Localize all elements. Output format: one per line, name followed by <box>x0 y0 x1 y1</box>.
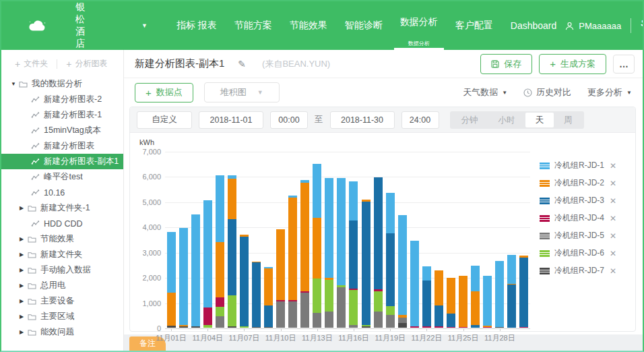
tree-item-folder[interactable]: ▶主要设备 <box>1 293 123 309</box>
stacked-bar[interactable] <box>422 266 431 328</box>
add-datapoint-button[interactable]: + 数据点 <box>135 83 193 102</box>
tree-item-folder[interactable]: ▼我的数据分析 <box>1 76 123 92</box>
granularity-option[interactable]: 小时 <box>488 113 525 127</box>
tree-item-folder[interactable]: ▶新建文件夹 <box>1 247 123 262</box>
tree-item-chart[interactable]: 新建分析图表-2 <box>1 92 123 107</box>
stacked-bar[interactable] <box>434 270 443 328</box>
tree-item-chart[interactable]: 新建分析图表 <box>1 138 123 154</box>
granularity-option[interactable]: 分钟 <box>451 113 488 127</box>
caret-right-icon[interactable]: ▶ <box>20 252 28 258</box>
tree-item-chart[interactable]: 新建分析图表-副本1 <box>1 154 123 169</box>
legend-item[interactable]: 冷机组R-JD-2✕ <box>540 177 634 189</box>
stacked-bar[interactable] <box>167 232 176 328</box>
stacked-bar[interactable] <box>459 276 468 328</box>
caret-right-icon[interactable]: ▶ <box>20 205 28 211</box>
legend-item[interactable]: 冷机组R-JD-3✕ <box>540 195 634 206</box>
caret-right-icon[interactable]: ▶ <box>20 329 28 335</box>
stacked-bar[interactable] <box>483 276 492 328</box>
nav-item-4[interactable]: 智能诊断 <box>336 1 391 50</box>
stacked-bar[interactable] <box>252 262 261 328</box>
stacked-bar[interactable] <box>374 177 383 328</box>
stacked-bar[interactable] <box>300 180 309 328</box>
stacked-bar[interactable] <box>203 200 212 328</box>
tree-item-chart[interactable]: 15minVtag成本 <box>1 123 123 138</box>
granularity-option[interactable]: 天 <box>525 113 554 127</box>
granularity-option[interactable]: 周 <box>554 113 583 127</box>
nav-item-7[interactable]: Dashboard <box>502 1 566 50</box>
add-folder-button[interactable]: + 文件夹 <box>15 58 48 69</box>
history-compare-button[interactable]: 历史对比 <box>523 86 571 98</box>
stacked-bar[interactable] <box>362 200 371 328</box>
weather-data-dropdown[interactable]: 天气数据 ▼ <box>463 86 507 98</box>
more-analysis-dropdown[interactable]: 更多分析 ▼ <box>587 86 632 98</box>
tree-item-chart[interactable]: 新建分析图表-1 <box>1 107 123 123</box>
stacked-bar[interactable] <box>228 175 236 328</box>
save-button[interactable]: 保存 <box>480 54 532 74</box>
stacked-bar[interactable] <box>276 229 285 328</box>
legend-remove-icon[interactable]: ✕ <box>610 249 616 258</box>
legend-remove-icon[interactable]: ✕ <box>610 231 616 241</box>
nav-item-1[interactable]: 指标 报表 <box>168 1 226 50</box>
legend-item[interactable]: 冷机组R-JD-5✕ <box>540 230 634 241</box>
stacked-bar[interactable] <box>264 267 273 328</box>
chart-type-select[interactable]: 堆积图 ▼ <box>204 82 280 102</box>
stacked-bar[interactable] <box>495 261 504 328</box>
y-axis-tick-label: 7,000 <box>137 148 161 156</box>
nav-item-5[interactable]: 数据分析数据分析 <box>391 1 447 50</box>
stacked-bar[interactable] <box>337 178 346 328</box>
stacked-bar[interactable] <box>349 181 358 328</box>
tree-item-chart[interactable]: 10.16 <box>1 185 123 200</box>
stacked-bar[interactable] <box>471 266 480 328</box>
stacked-bar[interactable] <box>313 164 321 328</box>
tree-item-folder[interactable]: ▶手动输入数据 <box>1 262 123 278</box>
tree-item-folder[interactable]: ▶能效问题 <box>1 324 123 340</box>
legend-item[interactable]: 冷机组R-JD-1✕ <box>540 160 634 171</box>
end-date-input[interactable]: 2018-11-30 <box>330 111 395 129</box>
legend-remove-icon[interactable]: ✕ <box>610 214 616 223</box>
stacked-bar[interactable] <box>398 215 407 328</box>
caret-right-icon[interactable]: ▶ <box>20 236 28 242</box>
start-date-input[interactable]: 2018-11-01 <box>199 111 263 129</box>
stacked-bar[interactable] <box>447 278 455 328</box>
add-chart-button[interactable]: + 分析图表 <box>66 58 107 69</box>
more-options-button[interactable]: … <box>613 55 635 74</box>
stacked-bar[interactable] <box>519 256 528 328</box>
legend-item[interactable]: 冷机组R-JD-4✕ <box>540 212 634 224</box>
user-menu[interactable]: PMaaaaaa <box>565 21 621 31</box>
tree-item-chart[interactable]: 峰平谷test <box>1 169 123 185</box>
legend-item[interactable]: 冷机组R-JD-6✕ <box>540 247 634 259</box>
stacked-bar[interactable] <box>216 175 224 328</box>
hotel-switch-caret-icon[interactable]: ▼ <box>141 22 148 29</box>
caret-right-icon[interactable]: ▶ <box>20 267 28 273</box>
nav-item-3[interactable]: 节能效果 <box>281 1 336 50</box>
legend-remove-icon[interactable]: ✕ <box>610 196 616 206</box>
stacked-bar[interactable] <box>507 255 516 328</box>
custom-range-button[interactable]: 自定义 <box>137 111 192 129</box>
stacked-bar[interactable] <box>386 193 395 328</box>
caret-right-icon[interactable]: ▶ <box>20 314 28 320</box>
legend-item[interactable]: 冷机组R-JD-7✕ <box>540 265 634 276</box>
generate-plan-button[interactable]: + 生成方案 <box>539 54 606 74</box>
edit-title-icon[interactable]: ✎ <box>238 59 246 69</box>
tree-item-chart[interactable]: HDD CDD <box>1 216 123 231</box>
tree-item-folder[interactable]: ▶总用电 <box>1 278 123 293</box>
start-time-input[interactable]: 00:00 <box>270 111 308 129</box>
stacked-bar[interactable] <box>191 214 200 328</box>
end-time-input[interactable]: 24:00 <box>401 111 439 129</box>
legend-remove-icon[interactable]: ✕ <box>610 266 616 276</box>
caret-down-icon[interactable]: ▼ <box>11 81 19 87</box>
tree-item-folder[interactable]: ▶主要区域 <box>1 309 123 324</box>
caret-right-icon[interactable]: ▶ <box>20 298 28 304</box>
legend-remove-icon[interactable]: ✕ <box>610 179 616 188</box>
legend-remove-icon[interactable]: ✕ <box>610 161 616 171</box>
tree-item-folder[interactable]: ▶节能效果 <box>1 231 123 247</box>
stacked-bar[interactable] <box>288 196 297 328</box>
stacked-bar[interactable] <box>179 228 188 328</box>
stacked-bar[interactable] <box>240 235 249 328</box>
tree-item-folder[interactable]: ▶新建文件夹-1 <box>1 200 123 216</box>
nav-item-6[interactable]: 客户配置 <box>447 1 502 50</box>
nav-item-2[interactable]: 节能方案 <box>226 1 281 50</box>
caret-right-icon[interactable]: ▶ <box>20 283 28 289</box>
stacked-bar[interactable] <box>410 241 419 328</box>
stacked-bar[interactable] <box>325 178 333 328</box>
